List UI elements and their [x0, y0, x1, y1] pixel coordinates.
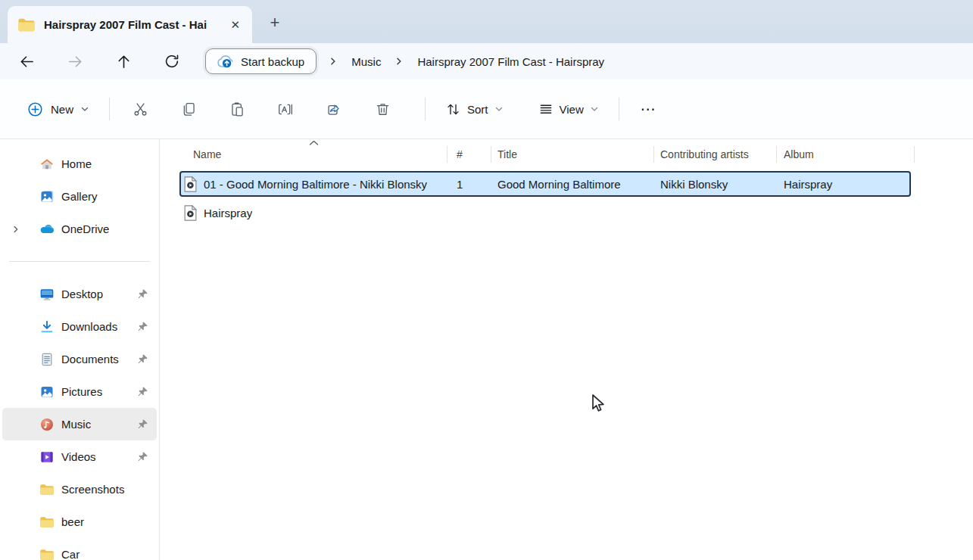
delete-button[interactable]	[364, 93, 401, 125]
sidebar-item-label: Pictures	[61, 385, 102, 398]
more-options-button[interactable]: ⋯	[632, 97, 666, 121]
trash-icon	[375, 101, 391, 117]
arrow-up-icon	[115, 53, 133, 70]
sidebar-item-label: beer	[61, 515, 84, 528]
toolbar-divider	[619, 98, 619, 120]
documents-icon	[39, 352, 55, 367]
gallery-icon	[39, 189, 55, 204]
sidebar-item-label: Music	[61, 418, 91, 431]
back-button[interactable]	[11, 48, 42, 75]
refresh-icon	[164, 53, 180, 70]
music-icon	[39, 417, 55, 432]
rename-icon	[277, 101, 294, 117]
sidebar-item-screenshots[interactable]: Screenshots	[2, 473, 157, 506]
start-backup-label: Start backup	[241, 55, 304, 68]
sidebar-item-videos[interactable]: Videos	[2, 440, 157, 473]
pin-icon	[137, 321, 148, 332]
sidebar-item-gallery[interactable]: Gallery	[2, 180, 157, 213]
file-name: 01 - Good Morning Baltimore - Nikki Blon…	[204, 178, 427, 191]
breadcrumb-chevron-icon	[328, 56, 338, 67]
desktop-icon	[39, 287, 55, 302]
pin-icon	[137, 418, 148, 430]
tab-active[interactable]: Hairspray 2007 Film Cast - Hai ✕	[8, 6, 252, 43]
up-button[interactable]	[108, 48, 139, 75]
navigation-pane: Home Gallery OneDrive	[0, 139, 160, 560]
sort-button[interactable]: Sort	[438, 95, 511, 123]
sidebar-divider	[9, 261, 150, 262]
file-list-pane: Name # Title Contributing artists Album …	[160, 139, 973, 560]
file-row[interactable]: Hairspray	[179, 200, 911, 226]
pin-icon	[137, 288, 148, 300]
file-track-number: 1	[447, 178, 491, 191]
folder-icon	[39, 482, 55, 497]
paste-icon	[229, 101, 245, 117]
toolbar-divider	[109, 98, 110, 120]
column-header-track[interactable]: #	[447, 139, 491, 170]
sidebar-item-home[interactable]: Home	[2, 148, 157, 180]
cut-button[interactable]	[122, 93, 158, 125]
tab-title: Hairspray 2007 Film Cast - Hai	[44, 18, 224, 31]
sidebar-item-label: Gallery	[61, 190, 98, 203]
toolbar-divider	[425, 98, 426, 120]
column-header-artists[interactable]: Contributing artists	[653, 139, 776, 170]
sidebar-item-label: Car	[61, 548, 80, 560]
media-file-icon	[184, 205, 197, 221]
column-header-name[interactable]: Name	[160, 139, 447, 170]
start-backup-button[interactable]: Start backup	[205, 48, 317, 74]
new-button-label: New	[51, 103, 73, 116]
column-header-row: Name # Title Contributing artists Album	[160, 139, 973, 170]
copy-icon	[181, 101, 197, 117]
sidebar-item-onedrive[interactable]: OneDrive	[2, 213, 157, 245]
close-tab-icon[interactable]: ✕	[224, 16, 246, 34]
sidebar-item-label: OneDrive	[61, 222, 109, 235]
sidebar-item-desktop[interactable]: Desktop	[2, 278, 157, 310]
chevron-down-icon	[80, 104, 89, 114]
command-toolbar: New Sort View	[0, 79, 973, 139]
arrow-left-icon	[18, 53, 36, 70]
new-tab-button[interactable]: +	[262, 11, 288, 34]
media-file-icon	[184, 176, 197, 192]
videos-icon	[39, 450, 55, 465]
plus-circle-icon	[27, 101, 44, 118]
column-header-album[interactable]: Album	[776, 139, 914, 170]
sidebar-item-pictures[interactable]: Pictures	[2, 375, 157, 408]
breadcrumb-item-music[interactable]: Music	[344, 51, 388, 72]
rename-button[interactable]	[267, 93, 304, 125]
refresh-button[interactable]	[157, 48, 187, 75]
new-button[interactable]: New	[19, 95, 97, 124]
view-button[interactable]: View	[531, 95, 607, 123]
view-button-label: View	[560, 103, 584, 116]
pin-icon	[137, 353, 148, 365]
file-row-selected[interactable]: 01 - Good Morning Baltimore - Nikki Blon…	[179, 171, 911, 197]
navigation-bar: Start backup Music Hairspray 2007 Film C…	[0, 43, 973, 79]
file-title: Good Morning Baltimore	[491, 178, 653, 191]
copy-button[interactable]	[170, 93, 207, 125]
share-button[interactable]	[316, 93, 352, 125]
file-album: Hairspray	[776, 178, 909, 191]
paste-button[interactable]	[219, 93, 255, 125]
sidebar-item-label: Desktop	[61, 288, 103, 300]
sidebar-item-beer[interactable]: beer	[2, 506, 157, 538]
sidebar-item-documents[interactable]: Documents	[2, 343, 157, 375]
cut-icon	[133, 101, 148, 117]
onedrive-icon	[39, 222, 55, 237]
forward-button[interactable]	[60, 48, 90, 75]
sidebar-item-music[interactable]: Music	[2, 408, 157, 440]
sidebar-item-label: Downloads	[61, 320, 117, 333]
sidebar-item-car[interactable]: Car	[2, 538, 157, 560]
sidebar-item-downloads[interactable]: Downloads	[2, 310, 157, 343]
chevron-down-icon	[494, 104, 504, 114]
column-header-title[interactable]: Title	[491, 139, 653, 170]
pin-icon	[137, 386, 148, 397]
breadcrumb-item-current-folder[interactable]: Hairspray 2007 Film Cast - Hairspray	[410, 51, 612, 72]
arrow-right-icon	[67, 53, 84, 70]
file-name: Hairspray	[204, 207, 252, 219]
view-list-icon	[538, 101, 554, 117]
sidebar-item-label: Home	[61, 157, 92, 170]
file-explorer-window: Hairspray 2007 Film Cast - Hai ✕ +	[0, 0, 973, 560]
home-icon	[39, 157, 55, 172]
sort-arrows-icon	[445, 101, 461, 117]
sidebar-item-label: Screenshots	[61, 483, 124, 496]
sidebar-item-label: Videos	[61, 450, 96, 463]
expand-chevron-icon[interactable]	[11, 225, 30, 234]
